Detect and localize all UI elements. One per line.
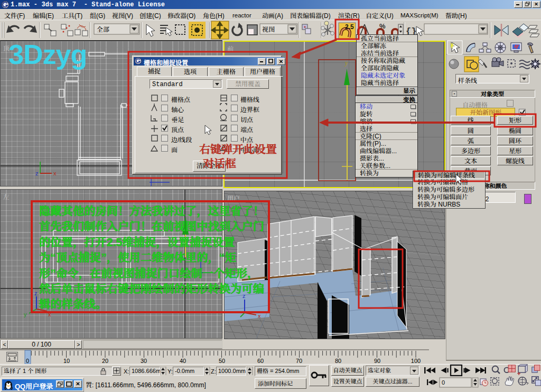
svg-text:x: x (258, 313, 261, 319)
svg-text:0: 0 (26, 358, 29, 364)
svg-text:%: % (379, 22, 386, 30)
svg-text:40: 40 (180, 358, 186, 364)
svg-text:视图: 视图 (262, 26, 275, 33)
svg-text:y: y (24, 311, 27, 318)
svg-text:z: z (34, 290, 38, 296)
svg-text:x: x (53, 170, 57, 176)
svg-text:90: 90 (374, 358, 380, 364)
svg-text:10: 10 (63, 358, 70, 364)
svg-text:z: z (35, 170, 39, 176)
svg-text:y: y (344, 59, 348, 67)
svg-text:100: 100 (411, 358, 421, 364)
svg-text:全部: 全部 (97, 26, 109, 33)
svg-text:2.5: 2.5 (345, 23, 354, 31)
svg-text:60: 60 (257, 358, 264, 364)
svg-text:70: 70 (296, 358, 302, 364)
svg-text:0: 0 (442, 379, 445, 386)
svg-text:50: 50 (219, 358, 225, 364)
svg-text:20: 20 (102, 358, 108, 364)
svg-text:80: 80 (335, 358, 341, 364)
svg-text:30: 30 (141, 358, 147, 364)
